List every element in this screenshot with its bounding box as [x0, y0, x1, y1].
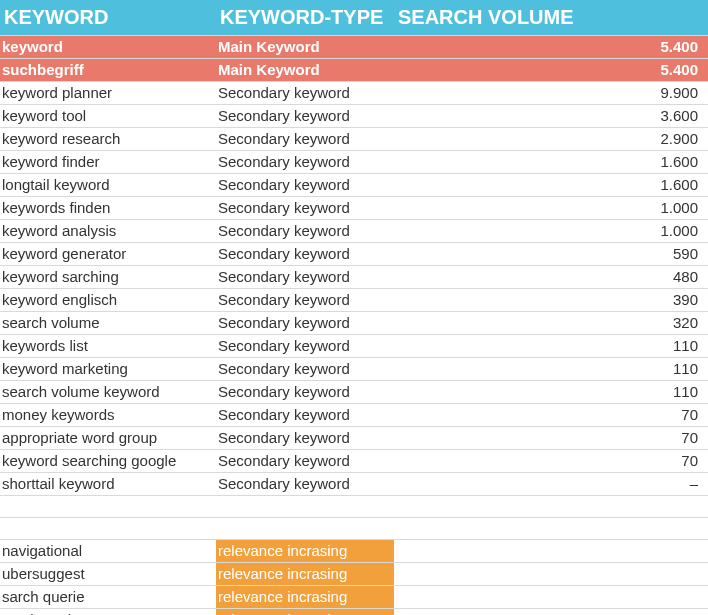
cell-keyword: keyword generator: [0, 243, 216, 266]
table-row: keyword toolSecondary keyword3.600: [0, 105, 708, 128]
cell-type: Secondary keyword: [216, 151, 394, 174]
cell-volume: 110: [394, 335, 708, 358]
cell-volume: 5.400: [394, 59, 708, 82]
cell-keyword: keywords finden: [0, 197, 216, 220]
cell-keyword: [0, 496, 216, 518]
cell-keyword: search volume: [0, 312, 216, 335]
cell-type: Secondary keyword: [216, 289, 394, 312]
cell-type: Main Keyword: [216, 36, 394, 59]
cell-volume: [394, 586, 708, 609]
cell-type: [216, 496, 394, 518]
cell-keyword: keyword searching google: [0, 450, 216, 473]
table-row: [0, 496, 708, 518]
table-row: keyword plannerSecondary keyword9.900: [0, 82, 708, 105]
cell-volume: 9.900: [394, 82, 708, 105]
table-row: keyword sarchingSecondary keyword480: [0, 266, 708, 289]
table-row: keyword searching googleSecondary keywor…: [0, 450, 708, 473]
table-row: keywords findenSecondary keyword1.000: [0, 197, 708, 220]
cell-keyword: ubersuggest: [0, 563, 216, 586]
cell-volume: [394, 518, 708, 540]
cell-keyword: longtail keyword: [0, 174, 216, 197]
cell-type: Secondary keyword: [216, 427, 394, 450]
cell-volume: 70: [394, 450, 708, 473]
cell-type: [216, 518, 394, 540]
cell-volume: –: [394, 473, 708, 496]
cell-type: relevance incrasing: [216, 540, 394, 563]
table-row: shorttail keywordSecondary keyword–: [0, 473, 708, 496]
header-type: KEYWORD-TYPE: [216, 0, 394, 36]
cell-type: Secondary keyword: [216, 105, 394, 128]
table-row: longtail keywordSecondary keyword1.600: [0, 174, 708, 197]
cell-volume: 390: [394, 289, 708, 312]
table-row: [0, 518, 708, 540]
cell-keyword: keyword finder: [0, 151, 216, 174]
table-row: appropriate word groupSecondary keyword7…: [0, 427, 708, 450]
cell-type: Secondary keyword: [216, 381, 394, 404]
cell-volume: 1.000: [394, 220, 708, 243]
table-row: keyword analysisSecondary keyword1.000: [0, 220, 708, 243]
cell-type: Secondary keyword: [216, 174, 394, 197]
cell-volume: 1.600: [394, 174, 708, 197]
cell-keyword: keyword planner: [0, 82, 216, 105]
header-row: KEYWORD KEYWORD-TYPE SEARCH VOLUME: [0, 0, 708, 36]
cell-volume: [394, 540, 708, 563]
cell-volume: 3.600: [394, 105, 708, 128]
cell-type: relevance incrasing: [216, 609, 394, 616]
cell-keyword: keyword research: [0, 128, 216, 151]
header-keyword: KEYWORD: [0, 0, 216, 36]
cell-keyword: search volume keyword: [0, 381, 216, 404]
cell-type: relevance incrasing: [216, 563, 394, 586]
table-row: sarch engingerelevance incrasing: [0, 609, 708, 616]
table-row: search volume keywordSecondary keyword11…: [0, 381, 708, 404]
cell-keyword: keyword analysis: [0, 220, 216, 243]
header-volume: SEARCH VOLUME: [394, 0, 708, 36]
table-row: keyword finderSecondary keyword1.600: [0, 151, 708, 174]
cell-volume: [394, 609, 708, 616]
cell-volume: 590: [394, 243, 708, 266]
cell-type: Secondary keyword: [216, 473, 394, 496]
table-row: sarch querierelevance incrasing: [0, 586, 708, 609]
cell-volume: 480: [394, 266, 708, 289]
cell-volume: 320: [394, 312, 708, 335]
table-row: keyword generatorSecondary keyword590: [0, 243, 708, 266]
table-row: keywords listSecondary keyword110: [0, 335, 708, 358]
cell-volume: 110: [394, 358, 708, 381]
cell-keyword: money keywords: [0, 404, 216, 427]
cell-type: Secondary keyword: [216, 128, 394, 151]
table-row: keyword researchSecondary keyword2.900: [0, 128, 708, 151]
cell-type: relevance incrasing: [216, 586, 394, 609]
cell-type: Secondary keyword: [216, 243, 394, 266]
cell-type: Main Keyword: [216, 59, 394, 82]
cell-keyword: [0, 518, 216, 540]
cell-volume: 1.600: [394, 151, 708, 174]
cell-volume: 110: [394, 381, 708, 404]
cell-keyword: navigational: [0, 540, 216, 563]
cell-type: Secondary keyword: [216, 82, 394, 105]
cell-keyword: appropriate word group: [0, 427, 216, 450]
cell-keyword: keyword: [0, 36, 216, 59]
cell-type: Secondary keyword: [216, 450, 394, 473]
cell-volume: 2.900: [394, 128, 708, 151]
keyword-table: KEYWORD KEYWORD-TYPE SEARCH VOLUME keywo…: [0, 0, 708, 615]
cell-volume: 70: [394, 427, 708, 450]
cell-keyword: keyword sarching: [0, 266, 216, 289]
table-row: keyword englischSecondary keyword390: [0, 289, 708, 312]
table-row: money keywordsSecondary keyword70: [0, 404, 708, 427]
cell-keyword: keyword marketing: [0, 358, 216, 381]
cell-type: Secondary keyword: [216, 266, 394, 289]
cell-type: Secondary keyword: [216, 312, 394, 335]
cell-type: Secondary keyword: [216, 404, 394, 427]
cell-keyword: suchbegriff: [0, 59, 216, 82]
cell-type: Secondary keyword: [216, 358, 394, 381]
cell-keyword: sarch enginge: [0, 609, 216, 616]
cell-keyword: keyword tool: [0, 105, 216, 128]
cell-keyword: keyword englisch: [0, 289, 216, 312]
cell-type: Secondary keyword: [216, 197, 394, 220]
cell-volume: [394, 563, 708, 586]
cell-volume: 1.000: [394, 197, 708, 220]
table-row: keywordMain Keyword5.400: [0, 36, 708, 59]
cell-volume: 70: [394, 404, 708, 427]
table-row: navigationalrelevance incrasing: [0, 540, 708, 563]
table-row: ubersuggestrelevance incrasing: [0, 563, 708, 586]
cell-volume: 5.400: [394, 36, 708, 59]
